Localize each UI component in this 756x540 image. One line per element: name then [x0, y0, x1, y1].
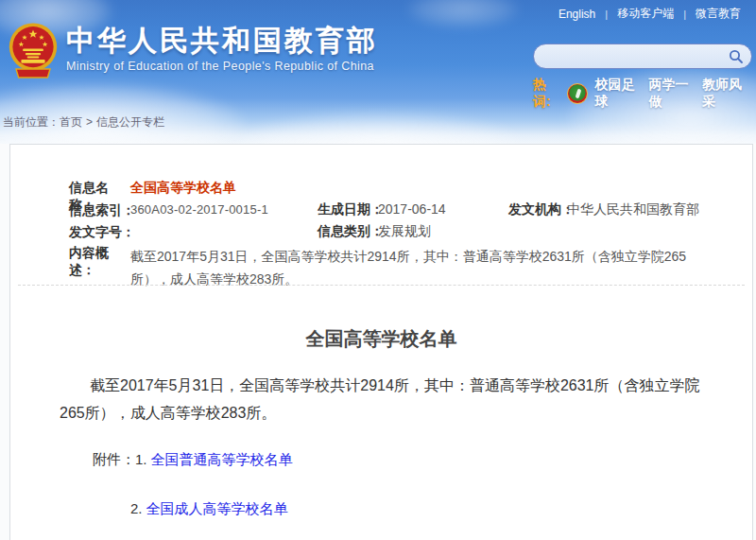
breadcrumb-home-link[interactable]: 首页 — [60, 115, 82, 129]
site-subtitle: Ministry of Education of the People's Re… — [66, 60, 378, 73]
info-date-value: 2017-06-14 — [378, 201, 446, 217]
info-name-value: 全国高等学校名单 — [130, 180, 236, 197]
hot-word-teacher-style[interactable]: 教师风采 — [702, 77, 744, 111]
article-title: 全国高等学校名单 — [10, 326, 752, 352]
hot-words-bar: 热词: 校园足球 两学一做 教师风采 — [533, 82, 756, 105]
info-index-value: 360A03-02-2017-0015-1 — [130, 202, 268, 217]
info-category-label: 信息类别： — [318, 223, 384, 240]
info-org-label: 发文机构： — [508, 201, 575, 218]
attachment-1-link[interactable]: 全国普通高等学校名单 — [151, 451, 293, 467]
info-row-meta1: 信息索引： 360A03-02-2017-0015-1 生成日期： 2017-0… — [69, 201, 749, 220]
info-row-summary: 内容概述： 截至2017年5月31日，全国高等学校共计2914所，其中：普通高等… — [69, 245, 709, 290]
info-category-value: 发展规划 — [378, 223, 431, 240]
attachment-item-2: 2.全国成人高等学校名单 — [130, 500, 288, 518]
search-box — [533, 44, 752, 69]
breadcrumb-label: 当前位置： — [3, 115, 60, 129]
site-brand[interactable]: 中华人民共和国教育部 Ministry of Education of the … — [8, 21, 378, 83]
top-utility-links: English | 移动客户端 | 微言教育 — [558, 6, 741, 22]
search-button[interactable] — [727, 47, 746, 66]
info-row-meta2: 发文字号： 信息类别： 发展规划 — [69, 223, 749, 242]
breadcrumb-separator: > — [86, 115, 93, 129]
breadcrumb: 当前位置：首页>信息公开专栏 — [3, 114, 164, 131]
info-summary-value: 截至2017年5月31日，全国高等学校共计2914所，其中：普通高等学校2631… — [130, 245, 709, 290]
cloud-decoration — [236, 112, 520, 144]
cloud-decoration — [406, 0, 520, 28]
weiyan-education-link[interactable]: 微言教育 — [696, 6, 741, 22]
info-date-label: 生成日期： — [318, 201, 384, 218]
hot-word-campus-football[interactable]: 校园足球 — [595, 77, 637, 111]
info-docnum-label: 发文字号： — [69, 224, 135, 239]
article-body: 截至2017年5月31日，全国高等学校共计2914所，其中：普通高等学校2631… — [60, 372, 713, 427]
info-summary-label: 内容概述： — [69, 245, 130, 279]
hot-word-two-studies[interactable]: 两学一做 — [648, 77, 690, 111]
breadcrumb-section-link[interactable]: 信息公开专栏 — [96, 115, 164, 129]
info-org-value: 中华人民共和国教育部 — [567, 201, 699, 218]
attachment-1-number: 1. — [135, 451, 147, 467]
hot-topic-badge-icon — [567, 83, 588, 104]
info-index-label: 信息索引： — [69, 202, 135, 218]
site-header: English | 移动客户端 | 微言教育 中华人民共和国教育部 Minist… — [0, 0, 756, 144]
national-emblem-icon — [8, 21, 59, 83]
cloud-decoration — [0, 83, 246, 144]
english-link[interactable]: English — [558, 8, 595, 21]
search-icon — [729, 49, 744, 64]
content-panel: 信息名称： 全国高等学校名单 信息索引： 360A03-02-2017-0015… — [9, 144, 753, 540]
site-title: 中华人民共和国教育部 — [66, 25, 378, 57]
hot-words-label: 热词: — [533, 77, 558, 111]
attachment-2-number: 2. — [130, 500, 143, 516]
attachments-label: 附件： — [93, 451, 135, 467]
divider: | — [605, 9, 608, 20]
mobile-client-link[interactable]: 移动客户端 — [617, 6, 674, 22]
attachment-item-1: 附件：1.全国普通高等学校名单 — [93, 451, 293, 469]
search-input[interactable] — [545, 47, 727, 66]
attachment-2-link[interactable]: 全国成人高等学校名单 — [146, 500, 288, 516]
info-article-divider — [18, 285, 745, 286]
brand-text: 中华人民共和国教育部 Ministry of Education of the … — [66, 21, 378, 73]
divider: | — [683, 9, 686, 20]
